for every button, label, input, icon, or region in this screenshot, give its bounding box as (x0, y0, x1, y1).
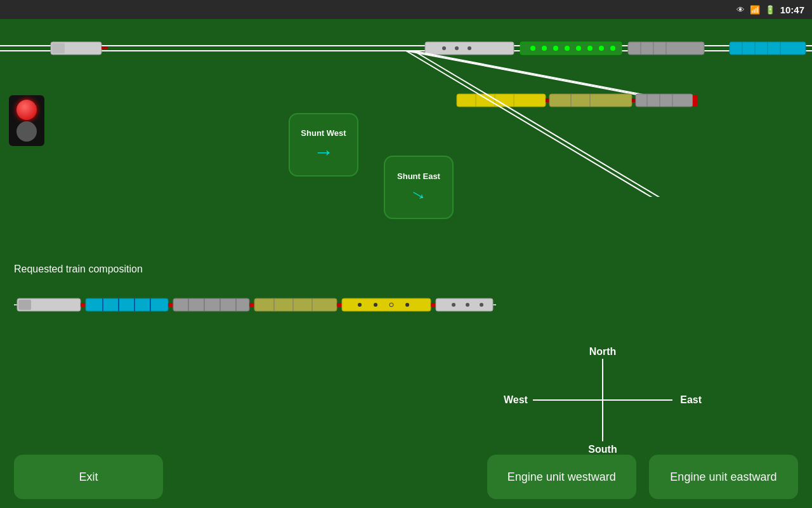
svg-point-12 (553, 46, 558, 51)
engine-westward-button[interactable]: Engine unit westward (487, 455, 636, 499)
svg-point-14 (576, 46, 581, 51)
svg-point-68 (358, 303, 362, 307)
shunt-west-label: Shunt West (301, 128, 346, 138)
main-area: Shunt West → Shunt East → Requested trai… (0, 19, 812, 508)
svg-rect-66 (337, 303, 342, 307)
composition-label: Requested train composition (14, 264, 143, 275)
engine-eastward-button[interactable]: Engine unit eastward (649, 455, 798, 499)
svg-rect-3 (52, 43, 65, 53)
svg-rect-61 (249, 303, 254, 307)
exit-button[interactable]: Exit (14, 455, 163, 499)
svg-line-44 (414, 51, 680, 197)
bottom-bar: Exit Engine unit westward Engine unit ea… (0, 455, 812, 499)
svg-point-7 (455, 46, 459, 50)
compass-north: North (589, 346, 617, 358)
svg-point-15 (587, 46, 593, 51)
svg-point-70 (390, 303, 393, 307)
svg-point-17 (610, 46, 615, 51)
svg-point-11 (542, 46, 547, 51)
svg-rect-38 (636, 94, 693, 107)
shunt-west-arrow: → (313, 142, 334, 162)
status-bar: 👁 📶 🔋 10:47 (0, 0, 812, 19)
svg-rect-50 (86, 298, 168, 311)
svg-point-16 (599, 46, 604, 51)
compass-west: West (504, 394, 528, 406)
shunt-west-button[interactable]: Shunt West → (289, 113, 358, 177)
shunt-east-label: Shunt East (397, 171, 440, 181)
svg-rect-37 (632, 98, 636, 102)
shunt-east-arrow: → (406, 181, 432, 207)
svg-rect-4 (102, 46, 108, 49)
svg-point-71 (405, 303, 409, 307)
svg-point-8 (468, 46, 471, 50)
eye-icon: 👁 (737, 5, 745, 15)
battery-icon: 🔋 (765, 5, 775, 15)
svg-rect-49 (81, 303, 86, 307)
svg-rect-48 (18, 300, 31, 310)
clock: 10:47 (780, 4, 804, 15)
svg-rect-62 (254, 298, 337, 311)
svg-point-75 (466, 303, 469, 307)
compass-vertical-line (602, 359, 603, 441)
svg-point-10 (530, 46, 535, 51)
svg-point-69 (374, 303, 377, 307)
svg-rect-55 (168, 303, 173, 307)
svg-rect-42 (693, 95, 698, 107)
shunt-east-button[interactable]: Shunt East → (384, 156, 454, 219)
wifi-icon: 📶 (750, 5, 760, 15)
compass-east: East (680, 394, 702, 406)
svg-point-76 (480, 303, 483, 307)
compass: North South West East (533, 359, 672, 441)
svg-point-13 (565, 46, 570, 51)
svg-rect-67 (342, 298, 431, 311)
svg-rect-73 (436, 298, 493, 311)
svg-rect-56 (173, 298, 249, 311)
svg-rect-29 (457, 94, 546, 107)
svg-rect-34 (549, 94, 632, 107)
compass-south: South (588, 444, 617, 455)
svg-point-6 (442, 46, 446, 50)
svg-rect-33 (546, 98, 549, 102)
composition-track (14, 292, 496, 318)
svg-point-74 (452, 303, 455, 307)
svg-rect-72 (431, 303, 436, 307)
